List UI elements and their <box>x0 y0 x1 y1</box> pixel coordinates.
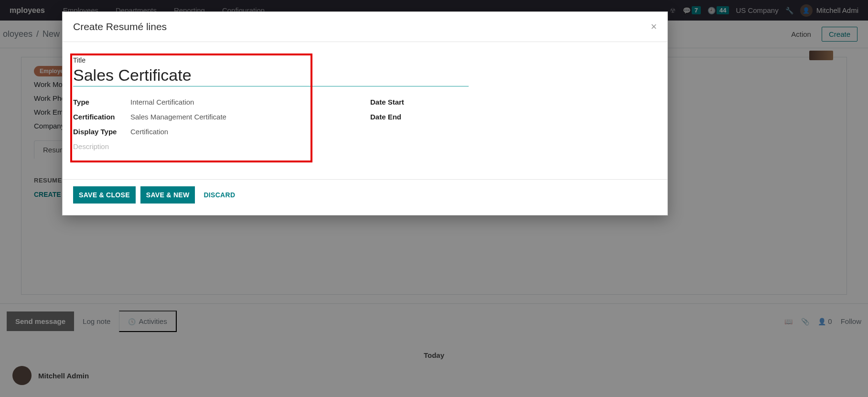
display-type-value[interactable]: Certification <box>130 128 363 136</box>
date-start-label: Date Start <box>370 98 428 106</box>
save-close-button[interactable]: SAVE & CLOSE <box>73 186 136 204</box>
discard-button[interactable]: DISCARD <box>200 186 239 204</box>
resume-line-modal: Create Resumé lines × Title Type Interna… <box>62 11 668 215</box>
certification-label: Certification <box>73 113 130 121</box>
right-column: Date Start Date End <box>370 91 657 136</box>
description-input[interactable]: Description <box>73 142 657 150</box>
type-value[interactable]: Internal Certification <box>130 98 363 106</box>
modal-footer: SAVE & CLOSE SAVE & NEW DISCARD <box>63 179 667 215</box>
type-label: Type <box>73 98 130 106</box>
modal-body: Title Type Internal Certification Certif… <box>63 42 667 179</box>
title-field-label: Title <box>73 56 657 64</box>
certification-value[interactable]: Sales Management Certificate <box>130 113 363 121</box>
close-icon[interactable]: × <box>651 21 657 33</box>
display-type-label: Display Type <box>73 128 130 136</box>
date-end-label: Date End <box>370 113 428 121</box>
save-new-button[interactable]: SAVE & NEW <box>140 186 195 204</box>
modal-title: Create Resumé lines <box>73 21 167 32</box>
title-input[interactable] <box>73 65 469 86</box>
left-column: Type Internal Certification Certificatio… <box>73 91 363 136</box>
modal-header: Create Resumé lines × <box>63 12 667 42</box>
